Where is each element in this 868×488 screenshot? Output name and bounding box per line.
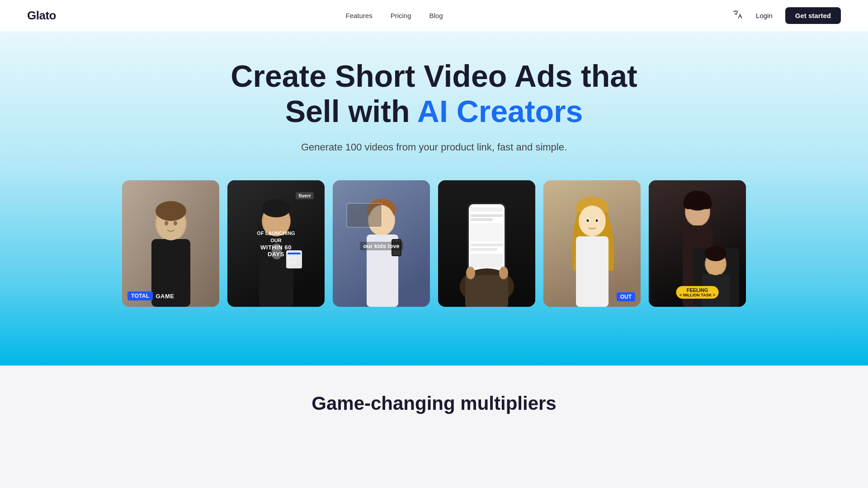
svg-point-7 <box>174 221 177 225</box>
card-3-text: our kids love <box>359 242 403 250</box>
hero-title: Create Short Video Ads that Sell with AI… <box>231 58 637 129</box>
nav-right: Login Get started <box>732 7 841 24</box>
bottom-section: Game-changing multipliers <box>0 366 868 488</box>
svg-rect-34 <box>470 214 503 217</box>
svg-rect-20 <box>292 261 296 264</box>
video-card-5[interactable]: OUT <box>543 180 641 307</box>
nav-pricing[interactable]: Pricing <box>391 12 411 19</box>
svg-point-12 <box>262 199 291 217</box>
video-card-1[interactable]: TOTAL GAME <box>122 180 219 307</box>
svg-rect-33 <box>470 207 503 212</box>
svg-point-42 <box>466 267 475 279</box>
nav-links: Features Pricing Blog <box>345 12 443 19</box>
card-1-badge: TOTAL <box>127 291 153 300</box>
nav-blog[interactable]: Blog <box>429 12 443 19</box>
video-cards-row: TOTAL GAME <box>122 180 746 307</box>
svg-point-5 <box>156 201 186 221</box>
card-1-text: GAME <box>156 293 174 300</box>
hero-subtitle: Generate 100 videos from your product li… <box>301 141 567 153</box>
svg-rect-47 <box>576 236 609 307</box>
card-2-center: OF LAUNCHING OUR WITHIN 60 DAYS <box>252 230 301 258</box>
card-5-overlay: OUT <box>617 292 635 300</box>
video-card-2[interactable]: fiverr OF LAUNCHING OUR WITHIN 60 DAYS <box>227 180 325 307</box>
card-2-text-bottom: WITHIN 60 DAYS <box>252 244 301 258</box>
svg-point-43 <box>499 267 508 279</box>
translate-icon[interactable] <box>732 9 743 23</box>
bottom-title: Game-changing multipliers <box>311 393 556 414</box>
fiverr-badge: fiverr <box>296 192 314 199</box>
svg-rect-36 <box>470 223 503 241</box>
svg-rect-41 <box>465 275 508 307</box>
card-6-overlay: FEELING < MILLION TASK > <box>676 286 719 299</box>
login-button[interactable]: Login <box>750 8 778 23</box>
logo: Glato <box>27 9 56 23</box>
card-6-badge: FEELING < MILLION TASK > <box>676 286 719 299</box>
video-card-4[interactable] <box>438 180 535 307</box>
svg-rect-39 <box>470 254 503 267</box>
svg-rect-38 <box>470 248 497 251</box>
svg-rect-37 <box>470 244 503 246</box>
video-card-6[interactable]: FEELING < MILLION TASK > <box>649 180 746 307</box>
hero-section: Create Short Video Ads that Sell with AI… <box>0 31 868 366</box>
video-card-3[interactable]: our kids love <box>333 180 430 307</box>
nav-features[interactable]: Features <box>345 12 372 19</box>
card-2-text-top: OF LAUNCHING OUR <box>252 230 301 244</box>
svg-rect-19 <box>288 261 291 264</box>
card-5-badge: OUT <box>617 292 635 301</box>
svg-point-48 <box>579 206 606 236</box>
svg-point-59 <box>701 198 712 209</box>
svg-point-51 <box>587 219 589 222</box>
navbar: Glato Features Pricing Blog Login Get st… <box>0 0 868 31</box>
svg-rect-29 <box>347 204 382 227</box>
svg-rect-35 <box>470 218 493 221</box>
svg-point-52 <box>596 219 598 222</box>
svg-point-64 <box>705 246 726 261</box>
svg-point-6 <box>165 221 168 225</box>
svg-point-58 <box>683 198 694 209</box>
get-started-button[interactable]: Get started <box>785 7 841 24</box>
card-1-overlay: TOTAL GAME <box>127 291 214 300</box>
